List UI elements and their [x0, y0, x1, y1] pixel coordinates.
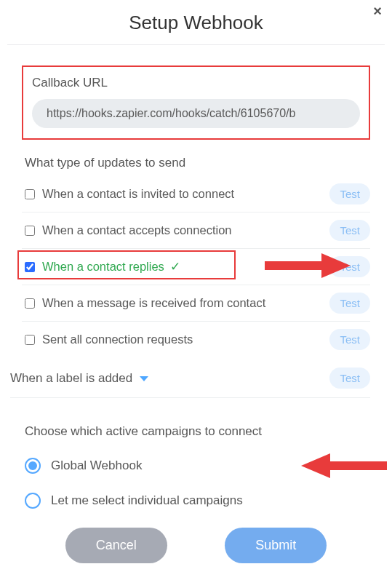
test-button-replies[interactable]: Test — [329, 256, 370, 277]
update-row-accepts: When a contact accepts connection Test — [22, 212, 370, 249]
update-row-received: When a message is received from contact … — [22, 285, 370, 322]
callback-url-label: Callback URL — [32, 76, 360, 90]
radio-label-global: Global Webhook — [51, 458, 142, 473]
radio-label-individual: Let me select individual campaigns — [51, 493, 243, 508]
label-added-text: When a label is added — [10, 371, 132, 386]
svg-rect-2 — [330, 461, 387, 470]
arrow-to-global-icon — [301, 453, 388, 478]
callback-url-highlight: Callback URL — [22, 65, 370, 140]
modal-title: Setup Webhook — [7, 7, 385, 44]
svg-marker-3 — [301, 453, 330, 478]
label-added-row: When a label is added Test — [10, 357, 370, 398]
updates-section-label: What type of updates to send — [25, 156, 370, 170]
label-added-dropdown[interactable]: When a label is added — [10, 371, 328, 386]
test-button-invited[interactable]: Test — [329, 183, 370, 204]
radio-row-individual: Let me select individual campaigns — [25, 493, 370, 509]
checkbox-label-accepts: When a contact accepts connection — [39, 223, 328, 237]
checkbox-label-invited: When a contact is invited to connect — [39, 187, 328, 201]
test-button-accepts[interactable]: Test — [329, 220, 370, 241]
radio-row-global: Global Webhook — [25, 458, 370, 474]
close-icon[interactable]: × — [373, 3, 382, 20]
update-row-replies: When a contact replies ✓ Test — [22, 249, 370, 285]
radio-global[interactable] — [25, 458, 41, 474]
checkbox-received[interactable] — [25, 298, 35, 309]
checkbox-accepts[interactable] — [25, 226, 35, 236]
submit-button[interactable]: Submit — [225, 528, 327, 563]
radio-individual[interactable] — [25, 493, 41, 509]
callback-url-input[interactable] — [45, 106, 347, 121]
update-row-sentall: Sent all connection requests Test — [22, 322, 370, 357]
checkbox-replies[interactable] — [25, 262, 35, 272]
checkbox-sentall[interactable] — [25, 335, 35, 345]
test-button-received[interactable]: Test — [329, 293, 370, 314]
updates-list: When a contact is invited to connect Tes… — [22, 176, 370, 357]
campaigns-section-label: Choose which active campaigns to connect — [25, 424, 370, 439]
checkbox-label-sentall: Sent all connection requests — [39, 333, 328, 346]
setup-webhook-modal: × Setup Webhook Callback URL What type o… — [0, 0, 392, 572]
action-buttons: Cancel Submit — [22, 528, 370, 563]
callback-url-input-wrap — [32, 99, 360, 128]
test-button-sentall[interactable]: Test — [329, 329, 370, 350]
checkmark-icon: ✓ — [167, 260, 181, 273]
checkbox-invited[interactable] — [25, 189, 35, 199]
update-row-invited: When a contact is invited to connect Tes… — [22, 176, 370, 212]
radio-selected-icon — [28, 461, 37, 470]
chevron-down-icon — [140, 376, 148, 381]
campaigns-section: Choose which active campaigns to connect… — [22, 398, 370, 509]
checkbox-label-replies: When a contact replies ✓ — [39, 260, 328, 274]
cancel-button[interactable]: Cancel — [65, 528, 167, 563]
checkbox-label-received: When a message is received from contact — [39, 296, 328, 310]
test-button-label-added[interactable]: Test — [329, 368, 370, 389]
